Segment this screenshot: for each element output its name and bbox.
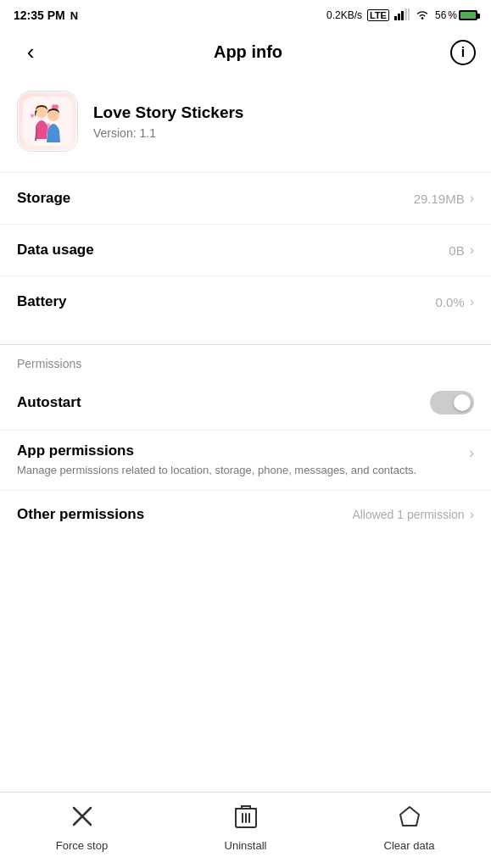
page-title: App info [214, 42, 282, 62]
clear-data-button[interactable]: Clear data [327, 804, 491, 852]
network-indicator: N [70, 9, 78, 22]
autostart-label: Autostart [17, 394, 81, 411]
other-permissions-value: Allowed 1 permission › [352, 507, 474, 522]
app-permissions-desc: Manage permissions related to location, … [17, 463, 469, 478]
signal-icon [394, 8, 410, 23]
svg-rect-4 [408, 8, 410, 20]
svg-rect-3 [405, 8, 407, 20]
other-permissions-row[interactable]: Other permissions Allowed 1 permission › [0, 490, 491, 538]
info-rows-container: Storage 29.19MB › Data usage 0B › Batter… [0, 172, 491, 327]
battery-chevron: › [470, 294, 474, 309]
force-stop-label: Force stop [56, 839, 108, 852]
app-version: Version: 1.1 [93, 126, 474, 140]
bottom-spacer [0, 538, 491, 615]
other-permissions-label: Other permissions [17, 506, 144, 523]
app-permissions-content: App permissions Manage permissions relat… [17, 442, 469, 478]
app-info: Love Story Stickers Version: 1.1 [93, 103, 474, 140]
info-button[interactable]: i [450, 40, 476, 65]
battery-amount: 0.0% [435, 295, 464, 309]
app-permissions-title: App permissions [17, 442, 469, 459]
app-icon [17, 91, 78, 152]
battery-value: 0.0% › [435, 294, 474, 309]
app-permissions-chevron: › [469, 442, 474, 462]
permissions-section-title: Permissions [0, 345, 491, 376]
storage-amount: 29.19MB [414, 192, 465, 206]
status-bar: 12:35 PM N 0.2KB/s LTE 56 % [0, 0, 491, 31]
bottom-bar: Force stop Uninstall Clear data [0, 792, 491, 868]
autostart-toggle[interactable] [430, 391, 474, 415]
status-time: 12:35 PM [14, 8, 65, 22]
autostart-row[interactable]: Autostart [0, 376, 491, 430]
uninstall-label: Uninstall [225, 839, 267, 852]
lte-icon: LTE [367, 9, 389, 21]
uninstall-button[interactable]: Uninstall [164, 804, 327, 852]
app-header: Love Story Stickers Version: 1.1 [0, 74, 491, 172]
uninstall-icon [235, 804, 257, 834]
svg-rect-1 [398, 14, 400, 20]
battery-row[interactable]: Battery 0.0% › [0, 276, 491, 327]
data-usage-value: 0B › [449, 242, 474, 258]
force-stop-button[interactable]: Force stop [0, 804, 164, 852]
storage-chevron: › [470, 191, 474, 206]
other-permissions-allowed: Allowed 1 permission [352, 508, 464, 521]
data-usage-chevron: › [470, 242, 474, 258]
battery-percent: 56 [435, 9, 446, 21]
storage-row[interactable]: Storage 29.19MB › [0, 172, 491, 225]
svg-rect-0 [394, 16, 397, 20]
storage-value: 29.19MB › [414, 191, 474, 206]
back-button[interactable]: ‹ [15, 39, 46, 65]
svg-point-5 [421, 17, 424, 19]
svg-rect-2 [401, 11, 404, 20]
clear-data-label: Clear data [384, 839, 435, 852]
app-permissions-row[interactable]: App permissions Manage permissions relat… [0, 430, 491, 490]
battery-label: Battery [17, 293, 67, 310]
status-time-area: 12:35 PM N [14, 8, 78, 22]
force-stop-icon [70, 804, 94, 834]
other-permissions-chevron: › [470, 507, 474, 522]
data-usage-label: Data usage [17, 242, 94, 259]
data-usage-amount: 0B [449, 243, 464, 258]
storage-label: Storage [17, 190, 70, 207]
network-speed: 0.2KB/s [326, 9, 362, 21]
battery-display: 56 % [435, 9, 477, 21]
clear-data-icon [398, 804, 421, 834]
battery-icon [459, 10, 477, 20]
data-usage-row[interactable]: Data usage 0B › [0, 225, 491, 276]
app-icon-image [19, 92, 76, 150]
app-name: Love Story Stickers [93, 103, 474, 124]
wifi-icon [415, 8, 430, 23]
status-right-area: 0.2KB/s LTE 56 % [326, 8, 477, 23]
top-nav: ‹ App info i [0, 31, 491, 74]
